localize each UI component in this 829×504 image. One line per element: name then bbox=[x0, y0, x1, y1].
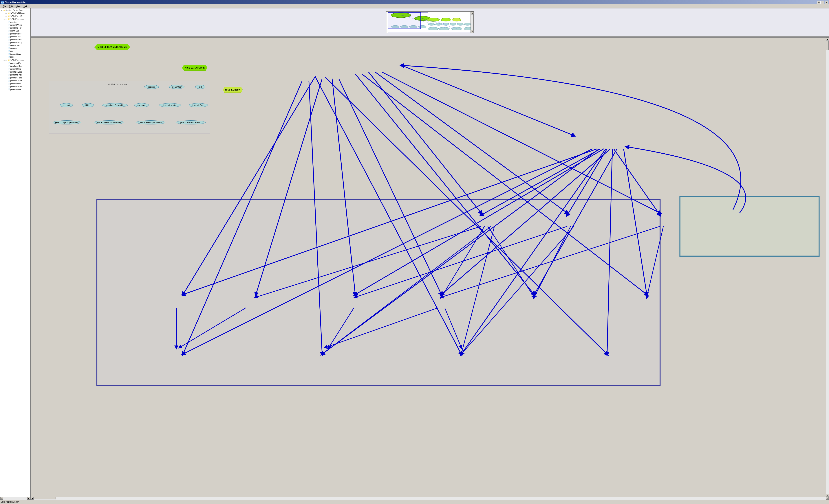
tree-item-objec1[interactable]: 📄 java.io.Objec bbox=[0, 32, 30, 35]
tree-label-filewr: java.io.FileWr bbox=[10, 80, 22, 82]
overview-scroll-up[interactable]: ▲ bbox=[471, 11, 474, 14]
tree-item-string[interactable]: 📄 java.util.Strin bbox=[0, 68, 30, 70]
node-objoutput[interactable]: java.io.ObjectOutputStream bbox=[94, 120, 124, 124]
minimize-button[interactable]: ─ bbox=[817, 1, 821, 4]
node-notify[interactable]: N-SS-L1-notify bbox=[218, 85, 248, 94]
node-bidder[interactable]: bidder bbox=[82, 103, 94, 107]
tree-item-filewr[interactable]: 📄 java.io.FileWr bbox=[0, 79, 30, 82]
graph-scroll-track[interactable] bbox=[826, 40, 829, 494]
overview-svg bbox=[386, 11, 473, 33]
menu-edit[interactable]: Edit bbox=[7, 5, 14, 8]
node-register[interactable]: register bbox=[144, 85, 159, 89]
svg-line-74 bbox=[329, 308, 354, 347]
svg-line-45 bbox=[309, 81, 322, 354]
tree-item-fileou[interactable]: 📄 java.io.FileOu bbox=[0, 35, 30, 38]
node-vector[interactable]: java.util.Vector bbox=[159, 103, 181, 107]
arrow-tapapp: ← bbox=[5, 12, 7, 14]
overview-scroll-down[interactable]: ▼ bbox=[471, 30, 474, 33]
tree-item-notify[interactable]: ○ ← 📁 N-SS-L1-notify bbox=[0, 15, 30, 17]
svg-point-8 bbox=[428, 23, 435, 26]
graph-hscroll-right[interactable]: ▶ bbox=[826, 497, 829, 500]
node-tapclient[interactable]: N-SS-L1-TAPClient bbox=[177, 63, 212, 72]
menu-view[interactable]: View bbox=[14, 5, 22, 8]
svg-point-6 bbox=[441, 18, 451, 21]
close-button[interactable]: ✕ bbox=[825, 1, 828, 4]
expander-command1[interactable]: ◇ bbox=[3, 18, 5, 20]
arrow-notify: ← bbox=[5, 15, 7, 17]
tree-item-writer[interactable]: 📄 java.io.Writer bbox=[0, 82, 30, 85]
tree-scroll-left[interactable]: ◀ bbox=[0, 497, 3, 500]
tree-item-double[interactable]: 📄 java.lang.Dou bbox=[0, 65, 30, 68]
graph-vscrollbar[interactable]: ▲ ▼ bbox=[826, 38, 829, 497]
tree-item-bid[interactable]: 📄 bid bbox=[0, 50, 30, 53]
file-icon-vector: 📄 bbox=[8, 24, 10, 26]
tree-item-date[interactable]: 📄 java.util.Date bbox=[0, 53, 30, 56]
svg-rect-33 bbox=[680, 196, 819, 256]
tree-item-command1[interactable]: ◇ ← 📁 N-SS-L1-comma bbox=[0, 17, 30, 21]
file-icon-objec1: 📄 bbox=[8, 32, 10, 35]
node-date[interactable]: java.util.Date bbox=[189, 103, 208, 107]
expander-tapapp[interactable]: ○ bbox=[3, 12, 5, 14]
graph-hscroll-track[interactable] bbox=[34, 497, 826, 500]
folder-icon-root: 📁 bbox=[3, 9, 5, 11]
tree-scroll-track[interactable] bbox=[3, 497, 27, 500]
tree-item-createuser[interactable]: 📄 createUser bbox=[0, 44, 30, 47]
tree-scroll-right[interactable]: ▶ bbox=[27, 497, 30, 500]
tree-item-tapapp[interactable]: ○ ← 📁 N-SS-L1-TAPApp bbox=[0, 12, 30, 15]
graph-inner[interactable]: N-SS-L1-TAPApp.TAPHelper N-SS-L1-TAPClie… bbox=[31, 38, 826, 497]
node-fileinput[interactable]: java.io.FileInputStream bbox=[176, 120, 206, 124]
tree-label-account: account bbox=[10, 47, 17, 49]
node-account[interactable]: account bbox=[60, 103, 73, 107]
node-bid[interactable]: bid bbox=[195, 85, 205, 89]
tree-item-command2[interactable]: ◇ ← 📁 N-SS-L1-comma bbox=[0, 59, 30, 62]
tree-item-fileinp[interactable]: 📄 java.io.FileInp bbox=[0, 41, 30, 44]
tree-item-commandre[interactable]: 📄 commandRe bbox=[0, 62, 30, 65]
tree-item-vector[interactable]: 📄 java.util.Vecto bbox=[0, 24, 30, 26]
tree-item-simpformat[interactable]: 📄 java.text.Simp bbox=[0, 70, 30, 73]
tree-item-root[interactable]: ▲ 📁 Untitled ClusterGrap bbox=[0, 9, 30, 12]
tree-scroll-area[interactable]: ▲ 📁 Untitled ClusterGrap ○ ← 📁 N-SS-L1-T… bbox=[0, 8, 30, 497]
graph-hscroll-thumb[interactable] bbox=[34, 497, 56, 499]
node-createuser[interactable]: createUser bbox=[169, 85, 184, 89]
file-icon-parseex: 📄 bbox=[8, 76, 10, 79]
register-label: register bbox=[148, 86, 155, 88]
node-command[interactable]: command bbox=[134, 103, 149, 107]
tree-hscrollbar[interactable]: ◀ ▶ bbox=[0, 497, 30, 500]
node-objinput[interactable]: java.io.ObjectInputStream bbox=[52, 120, 81, 124]
node-throwable[interactable]: java.lang.Throwable bbox=[102, 103, 128, 107]
expander-command2[interactable]: ◇ bbox=[3, 59, 5, 61]
file-icon-buffer: 📄 bbox=[8, 88, 10, 91]
tree-item-register[interactable]: 📄 register bbox=[0, 21, 30, 24]
window-controls: ─ □ ✕ bbox=[817, 1, 828, 4]
overview-container: ▲ ▼ bbox=[386, 11, 474, 33]
svg-point-7 bbox=[452, 18, 461, 21]
tree-item-bidder[interactable]: 📄 bidder bbox=[0, 56, 30, 59]
tree-item-buffer[interactable]: 📄 java.io.Buffer bbox=[0, 88, 30, 91]
node-taphelper[interactable]: N-SS-L1-TAPApp.TAPHelper bbox=[91, 43, 133, 51]
tree-item-integer[interactable]: 📄 java.lang.Inte bbox=[0, 73, 30, 76]
tree-item-throwable[interactable]: 📄 java.lang.Thr bbox=[0, 26, 30, 29]
graph-scroll-down[interactable]: ▼ bbox=[826, 494, 829, 497]
overview-vscroll[interactable]: ▲ ▼ bbox=[471, 11, 473, 33]
tree-item-parseex[interactable]: 📄 java.text.Pars bbox=[0, 76, 30, 79]
node-fileoutput[interactable]: java.io.FileOutputStream bbox=[136, 120, 166, 124]
svg-line-39 bbox=[362, 74, 647, 295]
tree-item-filere[interactable]: 📄 java.io.FileRe bbox=[0, 85, 30, 88]
main-window: CN ClusterNav - untitled ─ □ ✕ File Edit… bbox=[0, 0, 829, 504]
graph-hscroll-left[interactable]: ◀ bbox=[31, 497, 34, 500]
svg-line-62 bbox=[488, 226, 534, 297]
graph-hscrollbar[interactable]: ◀ ▶ bbox=[31, 497, 829, 500]
tree-item-command-node[interactable]: 📄 command bbox=[0, 29, 30, 32]
file-icon-throwable: 📄 bbox=[8, 27, 10, 29]
maximize-button[interactable]: □ bbox=[821, 1, 824, 4]
menu-file[interactable]: File bbox=[1, 5, 7, 8]
tree-item-account[interactable]: 📄 account bbox=[0, 47, 30, 50]
graph-scroll-up[interactable]: ▲ bbox=[826, 38, 829, 40]
expander-notify[interactable]: ○ bbox=[3, 15, 5, 17]
tree-item-objec2[interactable]: 📄 java.io.Objec bbox=[0, 38, 30, 41]
graph-scroll-thumb[interactable] bbox=[826, 41, 829, 50]
folder-icon-command1: 📁 bbox=[7, 18, 10, 21]
svg-line-49 bbox=[567, 149, 607, 215]
menu-help[interactable]: Help bbox=[22, 5, 30, 8]
expander-root[interactable]: ▲ bbox=[1, 9, 3, 11]
